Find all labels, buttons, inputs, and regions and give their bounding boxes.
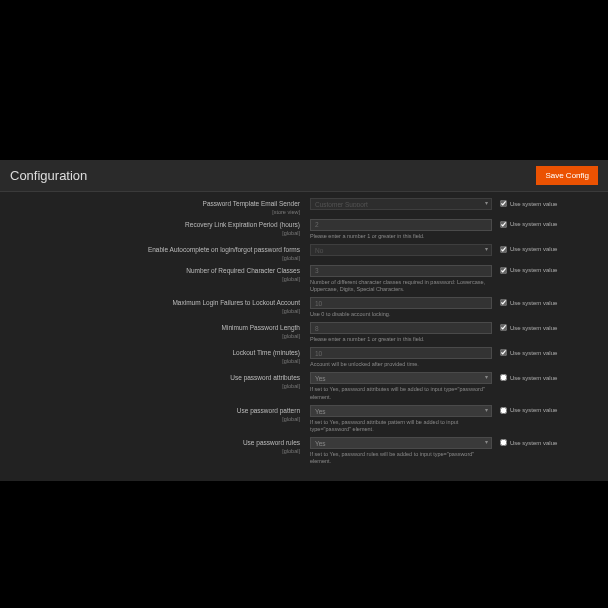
field-label: Recovery Link Expiration Period (hours) [10, 221, 300, 229]
use-system-label: Use system value [510, 325, 557, 331]
scope-label: [global] [10, 255, 300, 261]
email-sender-select[interactable]: Customer Support [310, 198, 492, 210]
field-hint: Use 0 to disable account locking. [310, 311, 492, 318]
recovery-period-input[interactable] [310, 219, 492, 231]
use-system-label: Use system value [510, 350, 557, 356]
use-system-checkbox[interactable] [500, 324, 507, 331]
scope-label: [global] [10, 448, 300, 454]
field-label: Lockout Time (minutes) [10, 349, 300, 357]
use-system-label: Use system value [510, 440, 557, 446]
use-system-label: Use system value [510, 407, 557, 413]
scope-label: [global] [10, 276, 300, 282]
use-system-label: Use system value [510, 375, 557, 381]
field-label: Number of Required Character Classes [10, 267, 300, 275]
use-system-checkbox[interactable] [500, 200, 507, 207]
save-config-button[interactable]: Save Config [536, 166, 598, 185]
scope-label: [global] [10, 308, 300, 314]
password-attributes-select[interactable]: Yes [310, 372, 492, 384]
field-hint: Please enter a number 1 or greater in th… [310, 336, 492, 343]
use-system-checkbox[interactable] [500, 439, 507, 446]
scope-label: [global] [10, 333, 300, 339]
autocomplete-select[interactable]: No [310, 244, 492, 256]
field-hint: If set to Yes, password attributes will … [310, 386, 492, 400]
scope-label: [global] [10, 416, 300, 422]
field-hint: Number of different character classes re… [310, 279, 492, 293]
use-system-checkbox[interactable] [500, 407, 507, 414]
field-hint: Please enter a number 1 or greater in th… [310, 233, 492, 240]
field-label: Use password rules [10, 439, 300, 447]
lockout-time-input[interactable] [310, 347, 492, 359]
scope-label: [global] [10, 358, 300, 364]
use-system-checkbox[interactable] [500, 267, 507, 274]
char-classes-input[interactable] [310, 265, 492, 277]
field-label: Password Template Email Sender [10, 200, 300, 208]
use-system-label: Use system value [510, 201, 557, 207]
use-system-label: Use system value [510, 267, 557, 273]
use-system-checkbox[interactable] [500, 299, 507, 306]
use-system-checkbox[interactable] [500, 246, 507, 253]
config-form: Password Template Email Sender [store vi… [0, 192, 608, 481]
max-failures-input[interactable] [310, 297, 492, 309]
field-label: Use password pattern [10, 407, 300, 415]
field-hint: If set to Yes, password attribute patter… [310, 419, 492, 433]
page-header: Configuration Save Config [0, 160, 608, 192]
field-hint: Account will be unlocked after provided … [310, 361, 492, 368]
scope-label: [global] [10, 383, 300, 389]
use-system-label: Use system value [510, 221, 557, 227]
password-pattern-select[interactable]: Yes [310, 405, 492, 417]
use-system-checkbox[interactable] [500, 349, 507, 356]
use-system-checkbox[interactable] [500, 374, 507, 381]
scope-label: [global] [10, 230, 300, 236]
field-label: Maximum Login Failures to Lockout Accoun… [10, 299, 300, 307]
field-label: Minimum Password Length [10, 324, 300, 332]
page-title: Configuration [10, 168, 87, 183]
min-length-input[interactable] [310, 322, 492, 334]
use-system-checkbox[interactable] [500, 221, 507, 228]
scope-label: [store view] [10, 209, 300, 215]
field-label: Use password attributes [10, 374, 300, 382]
use-system-label: Use system value [510, 300, 557, 306]
password-rules-select[interactable]: Yes [310, 437, 492, 449]
use-system-label: Use system value [510, 246, 557, 252]
field-hint: If set to Yes, password rules will be ad… [310, 451, 492, 465]
field-label: Enable Autocomplete on login/forgot pass… [10, 246, 300, 254]
